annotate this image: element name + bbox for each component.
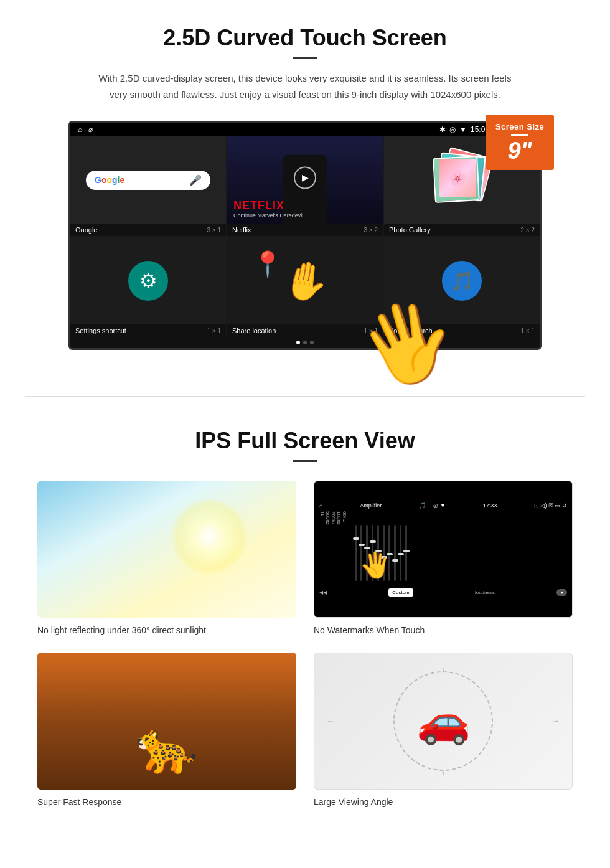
section-divider bbox=[25, 396, 585, 397]
settings-icon: ⚙ bbox=[128, 261, 168, 301]
sky-caption: No light reflecting under 360° direct su… bbox=[37, 625, 296, 635]
google-label-bar: Google 3 × 1 bbox=[70, 224, 226, 236]
sound-label-name: Sound Search bbox=[389, 327, 433, 334]
eq-slider-1[interactable] bbox=[355, 525, 357, 581]
dot-2 bbox=[303, 341, 307, 344]
play-button[interactable]: ▶ bbox=[294, 166, 316, 189]
section-curved-screen: 2.5D Curved Touch Screen With 2.5D curve… bbox=[0, 0, 610, 371]
eq-sliders: 🖐 bbox=[352, 511, 410, 586]
cheetah-emoji: 🐆 bbox=[136, 719, 198, 777]
sound-label-bar: Sound Search 1 × 1 bbox=[384, 324, 540, 337]
screen-size-badge: Screen Size 9" bbox=[486, 115, 554, 170]
eq-slider-9[interactable] bbox=[400, 525, 401, 581]
car-caption: Large Viewing Angle bbox=[314, 797, 573, 807]
eq-status-icons: ⊡ ◁) ☒ ▭ ↺ bbox=[534, 502, 567, 509]
eq-header: ⌂ Amplifier 🎵 ··· ◎ ▼ 17:33 ⊡ ◁) ☒ ▭ ↺ bbox=[319, 502, 567, 509]
eq-caption: No Watermarks When Touch bbox=[314, 625, 573, 635]
image-card-sky: No light reflecting under 360° direct su… bbox=[37, 481, 296, 635]
home-icon[interactable]: ⌂ bbox=[78, 125, 82, 134]
sound-label-size: 1 × 1 bbox=[520, 328, 535, 334]
eq-hand-icon: 🖐 bbox=[360, 550, 391, 580]
netflix-content: NETFLIX Continue Marvel's Daredevil bbox=[233, 199, 303, 219]
angle-arrow-right: → bbox=[552, 717, 560, 725]
sky-image bbox=[37, 481, 296, 618]
eq-time: 17:33 bbox=[483, 502, 497, 509]
location-icon: ◎ bbox=[449, 125, 456, 134]
gallery-label-size: 2 × 2 bbox=[520, 227, 535, 234]
google-search-bar[interactable]: Google 🎤 bbox=[86, 171, 210, 190]
cheetah-caption: Super Fast Response bbox=[37, 797, 296, 807]
image-grid: No light reflecting under 360° direct su… bbox=[37, 481, 573, 807]
gallery-label-name: Photo Gallery bbox=[389, 226, 431, 234]
app-cell-share[interactable]: 📍 🤚 Share location 1 × 1 bbox=[227, 237, 383, 337]
eq-icons: 🎵 ··· ◎ ▼ bbox=[419, 502, 446, 509]
status-left: ⌂ ⌀ bbox=[78, 125, 93, 134]
angle-arrow-top: ↑ bbox=[441, 666, 445, 674]
eq-title: Amplifier bbox=[360, 502, 382, 509]
badge-line bbox=[511, 134, 528, 136]
cheetah-image: 🐆 bbox=[37, 653, 296, 790]
screen-mockup-container: Screen Size 9" ⌂ ⌀ ✱ ◎ ▼ 15:06 ⊡ ◁) ☒ bbox=[68, 121, 542, 350]
image-card-cheetah: 🐆 Super Fast Response bbox=[37, 653, 296, 807]
gmaps-icon: 📍 bbox=[252, 250, 283, 279]
settings-label-size: 1 × 1 bbox=[207, 328, 221, 334]
android-screen: ⌂ ⌀ ✱ ◎ ▼ 15:06 ⊡ ◁) ☒ ▭ bbox=[68, 121, 542, 350]
car-top-icon: 🚗 bbox=[416, 696, 471, 747]
app-cell-settings[interactable]: ⚙ Settings shortcut 1 × 1 bbox=[70, 237, 226, 337]
netflix-label-size: 3 × 2 bbox=[364, 227, 378, 234]
eq-back-icon[interactable]: ◀◀ bbox=[319, 590, 327, 595]
car-image: 🚗 ↑ ↓ ← → bbox=[314, 653, 573, 790]
app-grid: Google 🎤 Google 3 × 1 bbox=[70, 136, 540, 337]
angle-arrow-left: ← bbox=[327, 717, 334, 725]
flower-photo: 🌸 bbox=[439, 159, 476, 197]
eq-footer: ◀◀ Custom loudness ● bbox=[319, 588, 567, 597]
eq-custom-button[interactable]: Custom bbox=[388, 588, 413, 597]
image-card-eq: ⌂ Amplifier 🎵 ··· ◎ ▼ 17:33 ⊡ ◁) ☒ ▭ ↺ 6… bbox=[314, 481, 573, 635]
google-app-inner: Google 🎤 bbox=[70, 136, 226, 224]
car-circle: 🚗 bbox=[393, 671, 493, 771]
section1-title: 2.5D Curved Touch Screen bbox=[37, 25, 573, 51]
gallery-label-bar: Photo Gallery 2 × 2 bbox=[384, 224, 540, 236]
dot-1 bbox=[296, 341, 300, 344]
section2-title: IPS Full Screen View bbox=[37, 428, 573, 454]
eq-toggle[interactable]: ● bbox=[556, 589, 567, 596]
google-logo: Google bbox=[95, 175, 124, 185]
hand-pointing-icon: 🤚 bbox=[278, 255, 332, 307]
app-cell-sound[interactable]: 🎵 Sound Search 1 × 1 bbox=[384, 237, 540, 337]
wifi-icon: ▼ bbox=[459, 125, 467, 134]
eq-image: ⌂ Amplifier 🎵 ··· ◎ ▼ 17:33 ⊡ ◁) ☒ ▭ ↺ 6… bbox=[314, 481, 573, 618]
share-app-inner: 📍 🤚 bbox=[227, 237, 383, 324]
dot-3 bbox=[310, 341, 314, 344]
usb-icon: ⌀ bbox=[88, 125, 93, 134]
badge-size: 9" bbox=[492, 139, 548, 163]
status-bar: ⌂ ⌀ ✱ ◎ ▼ 15:06 ⊡ ◁) ☒ ▭ bbox=[70, 123, 540, 136]
title-underline-2 bbox=[293, 460, 317, 462]
eq-slider-10[interactable] bbox=[405, 525, 407, 581]
share-label-bar: Share location 1 × 1 bbox=[227, 324, 383, 337]
eq-freq-labels: 60hz100hz200hz500hz1k bbox=[319, 511, 350, 586]
image-card-car: 🚗 ↑ ↓ ← → Large Viewing Angle bbox=[314, 653, 573, 807]
angle-arrow-bottom: ↓ bbox=[441, 768, 445, 776]
settings-label-name: Settings shortcut bbox=[75, 327, 126, 334]
google-label-size: 3 × 1 bbox=[207, 227, 221, 234]
eq-home-icon: ⌂ bbox=[319, 502, 322, 509]
app-cell-netflix[interactable]: ▶ NETFLIX Continue Marvel's Daredevil Ne… bbox=[227, 136, 383, 236]
share-label-name: Share location bbox=[232, 327, 276, 334]
photo-stack: 🌸 bbox=[434, 152, 490, 208]
badge-title: Screen Size bbox=[492, 122, 548, 131]
eq-slider-8[interactable] bbox=[394, 525, 396, 581]
settings-app-inner: ⚙ bbox=[70, 237, 226, 324]
settings-label-bar: Settings shortcut 1 × 1 bbox=[70, 324, 226, 337]
netflix-subtitle: Continue Marvel's Daredevil bbox=[233, 212, 303, 219]
eq-loudness-label: loudness bbox=[475, 590, 495, 595]
title-underline bbox=[293, 57, 317, 59]
netflix-logo: NETFLIX bbox=[233, 199, 303, 212]
sound-app-inner: 🎵 bbox=[384, 237, 540, 324]
google-mic-icon[interactable]: 🎤 bbox=[189, 174, 202, 186]
section-ips-screen: IPS Full Screen View No light reflecting… bbox=[0, 422, 610, 826]
bluetooth-icon: ✱ bbox=[439, 125, 446, 134]
sun-glow bbox=[172, 499, 246, 574]
netflix-label-name: Netflix bbox=[232, 226, 251, 234]
app-cell-google[interactable]: Google 🎤 Google 3 × 1 bbox=[70, 136, 226, 236]
section1-description: With 2.5D curved-display screen, this de… bbox=[93, 70, 517, 102]
